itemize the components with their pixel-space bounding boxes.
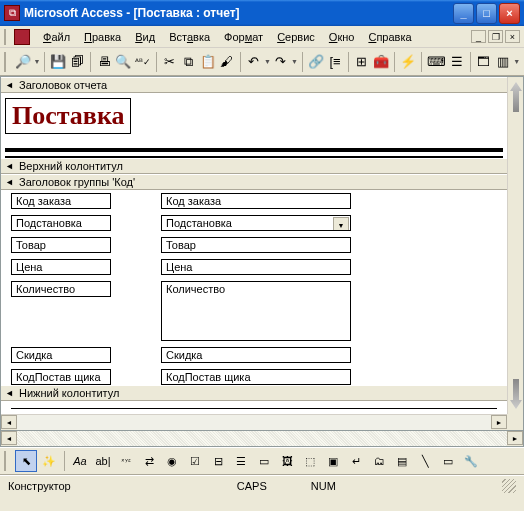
section-marker-icon: ◄ xyxy=(5,388,15,398)
maximize-button[interactable]: □ xyxy=(476,3,497,24)
properties-button[interactable]: ☰ xyxy=(448,51,466,73)
footer-line[interactable] xyxy=(11,408,497,409)
autoformat-button[interactable]: ⚡ xyxy=(399,51,417,73)
mdi-close-button[interactable]: × xyxy=(505,30,520,43)
redo-button[interactable]: ↷ xyxy=(272,51,290,73)
group-tool[interactable]: ˣʸᶻ xyxy=(115,450,137,472)
toolbar-grip[interactable] xyxy=(4,52,9,72)
menu-view[interactable]: Вид xyxy=(128,29,162,45)
menu-file[interactable]: Файл xyxy=(36,29,77,45)
menu-help-label: правка xyxy=(376,31,411,43)
toolbox-grip[interactable] xyxy=(4,451,10,471)
outer-horizontal-scrollbar[interactable]: ◄ ► xyxy=(0,431,524,447)
undo-button[interactable]: ↶ xyxy=(245,51,263,73)
label-substitution[interactable]: Подстановка xyxy=(11,215,111,231)
label-product[interactable]: Товар xyxy=(11,237,111,253)
label-quantity[interactable]: Количество xyxy=(11,281,111,297)
search-button[interactable]: 🗐 xyxy=(68,51,86,73)
scroll-track[interactable] xyxy=(17,415,491,430)
report-title-control[interactable]: Поставка xyxy=(5,98,131,134)
format-painter-button[interactable]: 🖌 xyxy=(218,51,236,73)
field-supplier-code[interactable]: КодПостав щика xyxy=(161,369,351,385)
select-tool[interactable]: ⬉ xyxy=(15,450,37,472)
resize-grip-icon[interactable] xyxy=(502,479,516,493)
section-marker-icon: ◄ xyxy=(5,177,15,187)
menubar-grip[interactable] xyxy=(4,29,10,45)
field-substitution[interactable]: Подстановка xyxy=(161,215,351,231)
divider-line-2[interactable] xyxy=(5,156,503,158)
pagebreak-tool[interactable]: ↵ xyxy=(345,450,367,472)
print-button[interactable]: 🖶 xyxy=(95,51,113,73)
divider-line[interactable] xyxy=(5,148,503,152)
report-header-body[interactable]: Поставка xyxy=(1,93,507,158)
doc-icon[interactable] xyxy=(14,29,30,45)
mdi-minimize-button[interactable]: _ xyxy=(471,30,486,43)
field-order-code[interactable]: Код заказа xyxy=(161,193,351,209)
label-price[interactable]: Цена xyxy=(11,259,111,275)
scroll-down-icon[interactable] xyxy=(510,379,522,409)
copy-button[interactable]: ⧉ xyxy=(180,51,198,73)
menu-edit[interactable]: Правка xyxy=(77,29,128,45)
new-object-button[interactable]: ▥ xyxy=(494,51,512,73)
close-button[interactable]: × xyxy=(499,3,520,24)
scroll-track[interactable] xyxy=(17,431,507,446)
rectangle-tool[interactable]: ▭ xyxy=(437,450,459,472)
unbound-frame-tool[interactable]: ⬚ xyxy=(299,450,321,472)
listbox-tool[interactable]: ☰ xyxy=(230,450,252,472)
sorting-button[interactable]: [≡ xyxy=(326,51,344,73)
label-tool[interactable]: Aa xyxy=(69,450,91,472)
bound-frame-tool[interactable]: ▣ xyxy=(322,450,344,472)
button-tool[interactable]: ▭ xyxy=(253,450,275,472)
image-tool[interactable]: 🖼 xyxy=(276,450,298,472)
option-tool[interactable]: ◉ xyxy=(161,450,183,472)
line-tool[interactable]: ╲ xyxy=(414,450,436,472)
menu-tools[interactable]: Сервис xyxy=(270,29,322,45)
scroll-left-button[interactable]: ◄ xyxy=(1,431,17,445)
group-header-body[interactable]: Код заказа Код заказа Подстановка Подста… xyxy=(1,190,507,385)
mdi-restore-button[interactable]: ❐ xyxy=(488,30,503,43)
textbox-tool[interactable]: ab| xyxy=(92,450,114,472)
menu-view-label: ид xyxy=(143,31,156,43)
scroll-right-button[interactable]: ► xyxy=(491,415,507,429)
report-header-bar[interactable]: ◄ Заголовок отчета xyxy=(1,77,507,93)
combobox-tool[interactable]: ⊟ xyxy=(207,450,229,472)
preview-button[interactable]: 🔍 xyxy=(114,51,132,73)
more-tool[interactable]: 🔧 xyxy=(460,450,482,472)
cut-button[interactable]: ✂ xyxy=(160,51,178,73)
scroll-right-button[interactable]: ► xyxy=(507,431,523,445)
checkbox-tool[interactable]: ☑ xyxy=(184,450,206,472)
toolbox-toggle-button[interactable]: 🧰 xyxy=(372,51,390,73)
field-price[interactable]: Цена xyxy=(161,259,351,275)
inner-horizontal-scrollbar[interactable]: ◄ ► xyxy=(1,414,507,430)
scroll-left-button[interactable]: ◄ xyxy=(1,415,17,429)
insert-link-button[interactable]: 🔗 xyxy=(307,51,325,73)
toggle-tool[interactable]: ⇄ xyxy=(138,450,160,472)
label-supplier-code[interactable]: КодПостав щика xyxy=(11,369,111,385)
page-header-bar[interactable]: ◄ Верхний колонтитул xyxy=(1,158,507,174)
subform-tool[interactable]: ▤ xyxy=(391,450,413,472)
scroll-up-icon[interactable] xyxy=(510,82,522,112)
minimize-button[interactable]: _ xyxy=(453,3,474,24)
label-discount[interactable]: Скидка xyxy=(11,347,111,363)
wizard-tool[interactable]: ✨ xyxy=(38,450,60,472)
menu-help[interactable]: Справка xyxy=(361,29,418,45)
page-footer-body[interactable] xyxy=(1,401,507,414)
paste-button[interactable]: 📋 xyxy=(199,51,217,73)
menu-window[interactable]: Окно xyxy=(322,29,362,45)
db-window-button[interactable]: 🗔 xyxy=(475,51,493,73)
save-button[interactable]: 💾 xyxy=(49,51,67,73)
label-order-code[interactable]: Код заказа xyxy=(11,193,111,209)
field-discount[interactable]: Скидка xyxy=(161,347,351,363)
tab-tool[interactable]: 🗂 xyxy=(368,450,390,472)
field-list-button[interactable]: ⊞ xyxy=(353,51,371,73)
view-button[interactable]: 🔎 xyxy=(14,51,32,73)
vertical-scrollbar[interactable] xyxy=(507,77,523,414)
field-product[interactable]: Товар xyxy=(161,237,351,253)
field-quantity[interactable]: Количество xyxy=(161,281,351,341)
page-footer-bar[interactable]: ◄ Нижний колонтитул xyxy=(1,385,507,401)
menu-format[interactable]: Формат xyxy=(217,29,270,45)
spell-button[interactable]: ᴬᴮ✓ xyxy=(134,51,152,73)
menu-insert[interactable]: Вставка xyxy=(162,29,217,45)
code-button[interactable]: ⌨ xyxy=(426,51,447,73)
group-header-bar[interactable]: ◄ Заголовок группы 'Код' xyxy=(1,174,507,190)
